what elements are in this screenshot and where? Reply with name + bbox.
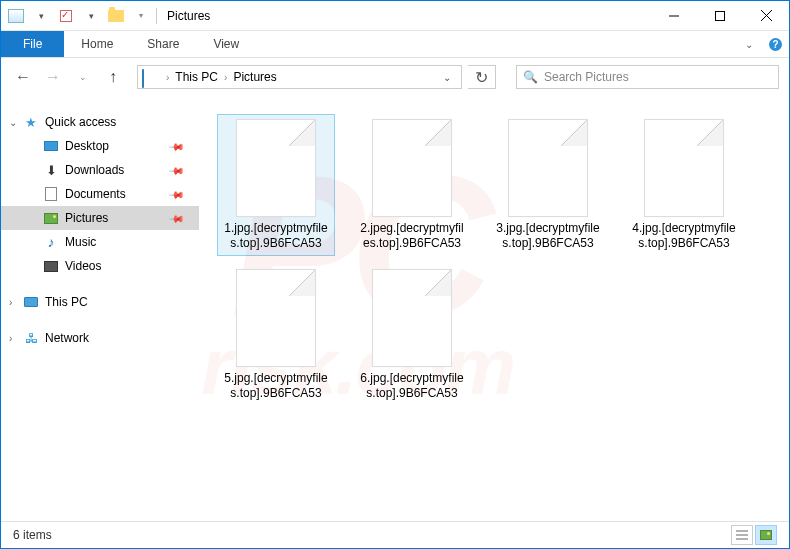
title-bar: ▾ ▾ ▾ Pictures — [1, 1, 789, 31]
sidebar-this-pc[interactable]: ›This PC — [1, 290, 199, 314]
svg-rect-1 — [716, 11, 725, 20]
chevron-right-icon[interactable]: › — [9, 333, 12, 344]
search-icon: 🔍 — [523, 70, 538, 84]
file-name: 6.jpg.[decryptmyfiles.top].9B6FCA53 — [358, 371, 466, 401]
nav-pane: ⌄ ★ Quick access Desktop📌 ⬇Downloads📌 Do… — [1, 96, 199, 521]
sidebar-item-music[interactable]: ♪Music — [1, 230, 199, 254]
separator — [156, 8, 157, 24]
sidebar-network[interactable]: ›🖧Network — [1, 326, 199, 350]
file-name: 4.jpg.[decryptmyfiles.top].9B6FCA53 — [630, 221, 738, 251]
file-item[interactable]: 3.jpg.[decryptmyfiles.top].9B6FCA53 — [489, 114, 607, 256]
up-button[interactable]: ↑ — [101, 65, 125, 89]
qat-overflow-icon[interactable]: ▾ — [130, 5, 152, 27]
forward-button[interactable]: → — [41, 65, 65, 89]
file-icon — [644, 119, 724, 217]
address-bar-row: ← → ⌄ ↑ › This PC › Pictures ⌄ ↻ 🔍 Searc… — [1, 58, 789, 96]
pin-icon: 📌 — [169, 162, 185, 178]
sidebar-item-videos[interactable]: Videos — [1, 254, 199, 278]
breadcrumb-pictures[interactable]: Pictures — [229, 70, 280, 84]
location-icon — [142, 70, 160, 84]
videos-icon — [43, 258, 59, 274]
chevron-right-icon[interactable]: › — [164, 72, 171, 83]
downloads-icon: ⬇ — [43, 162, 59, 178]
tab-home[interactable]: Home — [64, 31, 130, 57]
folder-icon — [105, 5, 127, 27]
file-name: 1.jpg.[decryptmyfiles.top].9B6FCA53 — [222, 221, 330, 251]
sidebar-item-downloads[interactable]: ⬇Downloads📌 — [1, 158, 199, 182]
documents-icon — [43, 186, 59, 202]
chevron-down-icon[interactable]: ⌄ — [9, 117, 17, 128]
status-bar: 6 items — [1, 521, 789, 547]
file-icon — [372, 269, 452, 367]
breadcrumb[interactable]: › This PC › Pictures ⌄ — [137, 65, 462, 89]
file-grid[interactable]: 1.jpg.[decryptmyfiles.top].9B6FCA532.jpe… — [199, 96, 789, 521]
breadcrumb-dropdown[interactable]: ⌄ — [437, 72, 457, 83]
file-item[interactable]: 2.jpeg.[decryptmyfiles.top].9B6FCA53 — [353, 114, 471, 256]
content: ⌄ ★ Quick access Desktop📌 ⬇Downloads📌 Do… — [1, 96, 789, 521]
thispc-icon — [23, 294, 39, 310]
file-item[interactable]: 6.jpg.[decryptmyfiles.top].9B6FCA53 — [353, 264, 471, 406]
svg-text:?: ? — [772, 39, 778, 50]
recent-dropdown[interactable]: ⌄ — [71, 65, 95, 89]
breadcrumb-thispc[interactable]: This PC — [171, 70, 222, 84]
help-icon[interactable]: ? — [762, 31, 789, 57]
sidebar-quick-access[interactable]: ⌄ ★ Quick access — [1, 110, 199, 134]
file-item[interactable]: 1.jpg.[decryptmyfiles.top].9B6FCA53 — [217, 114, 335, 256]
sidebar-item-pictures[interactable]: Pictures📌 — [1, 206, 199, 230]
file-tab[interactable]: File — [1, 31, 64, 57]
tab-view[interactable]: View — [196, 31, 256, 57]
pin-icon: 📌 — [169, 138, 185, 154]
file-icon — [236, 119, 316, 217]
file-name: 3.jpg.[decryptmyfiles.top].9B6FCA53 — [494, 221, 602, 251]
sidebar-item-desktop[interactable]: Desktop📌 — [1, 134, 199, 158]
ribbon: File Home Share View ⌄ ? — [1, 31, 789, 58]
pin-icon: 📌 — [169, 210, 185, 226]
search-input[interactable]: 🔍 Search Pictures — [516, 65, 779, 89]
file-name: 2.jpeg.[decryptmyfiles.top].9B6FCA53 — [358, 221, 466, 251]
chevron-right-icon[interactable]: › — [9, 297, 12, 308]
back-button[interactable]: ← — [11, 65, 35, 89]
close-button[interactable] — [743, 1, 789, 31]
maximize-button[interactable] — [697, 1, 743, 31]
file-icon — [236, 269, 316, 367]
chevron-right-icon[interactable]: › — [222, 72, 229, 83]
file-item[interactable]: 4.jpg.[decryptmyfiles.top].9B6FCA53 — [625, 114, 743, 256]
pin-icon: 📌 — [169, 186, 185, 202]
qat-dropdown-icon[interactable]: ▾ — [30, 5, 52, 27]
view-icons-button[interactable] — [755, 525, 777, 545]
explorer-icon — [5, 5, 27, 27]
search-placeholder: Search Pictures — [544, 70, 629, 84]
file-item[interactable]: 5.jpg.[decryptmyfiles.top].9B6FCA53 — [217, 264, 335, 406]
qat-dropdown2-icon[interactable]: ▾ — [80, 5, 102, 27]
sidebar-item-documents[interactable]: Documents📌 — [1, 182, 199, 206]
star-icon: ★ — [23, 114, 39, 130]
file-name: 5.jpg.[decryptmyfiles.top].9B6FCA53 — [222, 371, 330, 401]
view-details-button[interactable] — [731, 525, 753, 545]
network-icon: 🖧 — [23, 330, 39, 346]
desktop-icon — [43, 138, 59, 154]
minimize-button[interactable] — [651, 1, 697, 31]
file-icon — [372, 119, 452, 217]
window-title: Pictures — [167, 9, 210, 23]
pictures-icon — [43, 210, 59, 226]
qat-properties-icon[interactable] — [55, 5, 77, 27]
ribbon-expand[interactable]: ⌄ — [735, 31, 762, 57]
item-count: 6 items — [13, 528, 52, 542]
music-icon: ♪ — [43, 234, 59, 250]
file-icon — [508, 119, 588, 217]
tab-share[interactable]: Share — [130, 31, 196, 57]
refresh-button[interactable]: ↻ — [468, 65, 496, 89]
